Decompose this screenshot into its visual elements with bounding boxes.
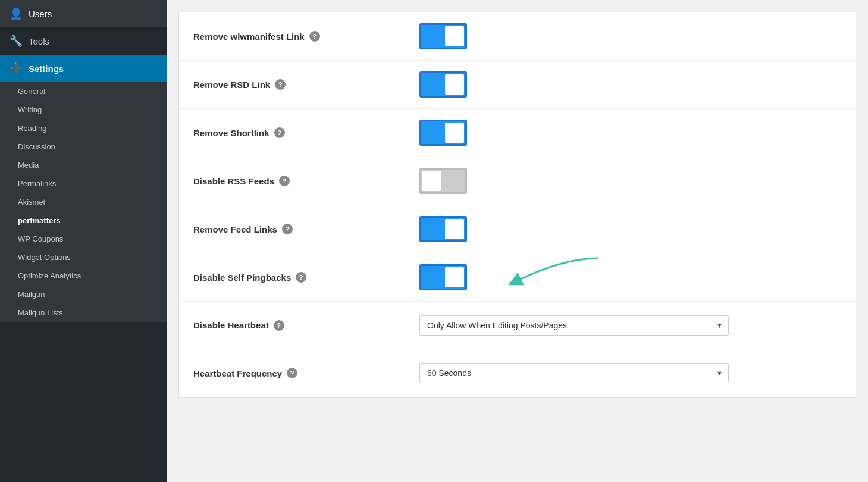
sidebar-item-writing[interactable]: Writing [0,101,167,119]
row-disable-self-pingbacks: Disable Self Pingbacks ? [179,253,856,302]
label-heartbeat-frequency: Heartbeat Frequency ? [193,368,419,378]
toggle-remove-shortlink[interactable] [419,120,467,146]
label-remove-rsd: Remove RSD Link ? [193,79,419,90]
toggle-remove-feed-links[interactable] [419,216,467,242]
sidebar-item-tools[interactable]: 🔧 Tools [0,27,167,55]
sidebar-item-perfmatters[interactable]: perfmatters [0,211,167,230]
sidebar-item-optimize-analytics[interactable]: Optimize Analytics [0,267,167,285]
help-remove-shortlink[interactable]: ? [274,127,285,138]
sidebar-item-discussion[interactable]: Discussion [0,137,167,156]
tools-icon: 🔧 [10,35,23,48]
select-wrapper-frequency: 30 Seconds 60 Seconds 120 Seconds [419,363,729,383]
row-disable-rss: Disable RSS Feeds ? [179,157,856,205]
control-remove-feed-links [419,216,841,242]
control-remove-wlwmanifest [419,23,841,49]
sidebar-item-settings[interactable]: ➕ Settings [0,55,167,82]
control-remove-shortlink [419,120,841,146]
toggle-knob [422,171,441,191]
sidebar-item-widget-options[interactable]: Widget Options [0,248,167,267]
row-remove-wlwmanifest: Remove wlwmanifest Link ? [179,12,856,61]
help-remove-wlwmanifest[interactable]: ? [309,31,320,42]
help-heartbeat-frequency[interactable]: ? [287,368,297,378]
control-disable-heartbeat: Disable Heartbeat Only Allow When Editin… [419,315,841,336]
toggle-knob [445,267,464,287]
select-wrapper-heartbeat: Disable Heartbeat Only Allow When Editin… [419,315,729,336]
toggle-knob [445,26,464,46]
label-disable-heartbeat: Disable Heartbeat ? [193,320,419,331]
label-remove-shortlink: Remove Shortlink ? [193,127,419,138]
row-disable-heartbeat: Disable Heartbeat ? Disable Heartbeat On… [179,302,856,349]
control-disable-self-pingbacks [419,264,841,290]
label-disable-rss: Disable RSS Feeds ? [193,176,419,186]
sidebar-item-wp-coupons[interactable]: WP Coupons [0,230,167,248]
control-heartbeat-frequency: 30 Seconds 60 Seconds 120 Seconds [419,363,841,383]
row-heartbeat-frequency: Heartbeat Frequency ? 30 Seconds 60 Seco… [179,349,856,397]
toggle-remove-rsd[interactable] [419,71,467,98]
sidebar: 👤 Users 🔧 Tools ➕ Settings General Writi… [0,0,167,482]
help-disable-heartbeat[interactable]: ? [274,320,284,331]
sidebar-item-users[interactable]: 👤 Users [0,0,167,27]
sidebar-item-mailgun-lists[interactable]: Mailgun Lists [0,303,167,322]
toggle-knob [445,74,464,95]
row-remove-rsd: Remove RSD Link ? [179,61,856,109]
help-disable-self-pingbacks[interactable]: ? [296,272,306,283]
sidebar-item-akismet[interactable]: Akismet [0,193,167,211]
main-content: Remove wlwmanifest Link ? Remove RSD Lin… [167,0,868,482]
toggle-knob [445,219,464,239]
label-remove-wlwmanifest: Remove wlwmanifest Link ? [193,31,419,42]
row-remove-feed-links: Remove Feed Links ? [179,205,856,253]
row-remove-shortlink: Remove Shortlink ? [179,109,856,157]
control-remove-rsd [419,71,841,98]
sidebar-item-general[interactable]: General [0,82,167,101]
help-remove-rsd[interactable]: ? [275,79,286,90]
settings-icon: ➕ [10,62,23,75]
toggle-remove-wlwmanifest[interactable] [419,23,467,49]
toggle-disable-rss[interactable] [419,168,467,194]
toggle-disable-self-pingbacks[interactable] [419,264,467,290]
sidebar-item-mailgun[interactable]: Mailgun [0,285,167,303]
users-icon: 👤 [10,7,23,20]
help-disable-rss[interactable]: ? [279,176,290,186]
select-heartbeat-frequency[interactable]: 30 Seconds 60 Seconds 120 Seconds [419,363,729,383]
toggle-knob [445,123,464,143]
arrow-annotation [473,255,604,297]
settings-table: Remove wlwmanifest Link ? Remove RSD Lin… [178,12,856,398]
control-disable-rss [419,168,841,194]
label-disable-self-pingbacks: Disable Self Pingbacks ? [193,272,419,283]
sidebar-submenu: General Writing Reading Discussion Media… [0,82,167,322]
select-disable-heartbeat[interactable]: Disable Heartbeat Only Allow When Editin… [419,315,729,336]
sidebar-item-media[interactable]: Media [0,156,167,174]
label-remove-feed-links: Remove Feed Links ? [193,224,419,234]
sidebar-item-reading[interactable]: Reading [0,119,167,137]
sidebar-item-permalinks[interactable]: Permalinks [0,174,167,193]
help-remove-feed-links[interactable]: ? [282,224,293,234]
